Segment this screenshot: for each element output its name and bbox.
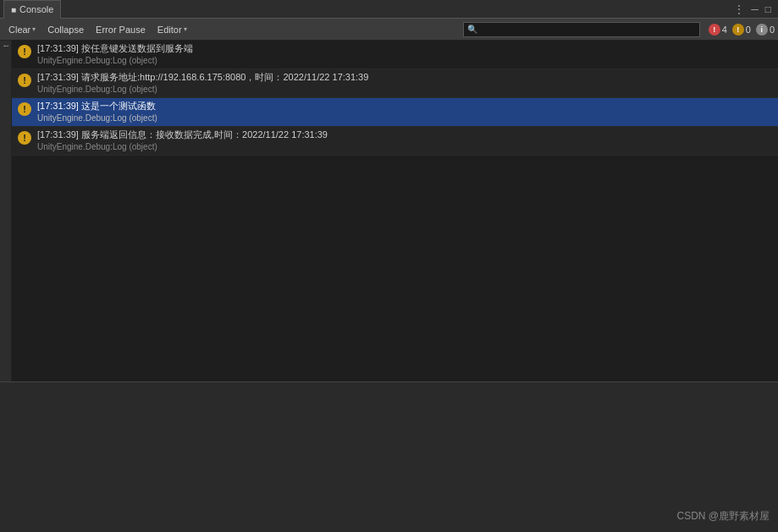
warn-badge-icon: ! (732, 24, 744, 36)
log-main-4: [17:31:39] 服务端返回信息：接收数据完成,时间：2022/11/22 … (37, 129, 328, 141)
minimize-button[interactable]: ─ (748, 0, 762, 19)
error-pause-button[interactable]: Error Pause (91, 20, 151, 39)
maximize-button[interactable]: □ (762, 0, 775, 19)
editor-dropdown-icon: ▾ (184, 25, 187, 33)
search-box[interactable]: 🔍 (463, 22, 700, 37)
collapse-label: Collapse (47, 25, 84, 35)
log-entry-4[interactable]: ! [17:31:39] 服务端返回信息：接收数据完成,时间：2022/11/2… (12, 127, 778, 156)
maximize-icon: □ (765, 3, 771, 15)
log-text-3: [17:31:39] 这是一个测试函数 UnityEngine.Debug:Lo… (37, 100, 157, 123)
log-main-1: [17:31:39] 按任意键发送数据到服务端 (37, 42, 193, 55)
log-text-4: [17:31:39] 服务端返回信息：接收数据完成,时间：2022/11/22 … (37, 129, 328, 152)
warn-icon-3: ! (18, 102, 31, 116)
more-options-button[interactable]: ⋮ (731, 0, 748, 19)
log-main-3: [17:31:39] 这是一个测试函数 (37, 100, 157, 112)
log-main-2: [17:31:39] 请求服务地址:http://192.168.6.175:8… (37, 71, 368, 84)
log-entry-2[interactable]: ! [17:31:39] 请求服务地址:http://192.168.6.175… (12, 69, 778, 98)
log-sub-3: UnityEngine.Debug:Log (object) (37, 112, 157, 123)
more-options-icon: ⋮ (734, 3, 744, 15)
log-icon-4: ! (17, 130, 32, 145)
search-icon: 🔍 (467, 25, 477, 34)
log-sub-2: UnityEngine.Debug:Log (object) (37, 84, 368, 95)
log-entry-3[interactable]: ! [17:31:39] 这是一个测试函数 UnityEngine.Debug:… (12, 98, 778, 127)
log-icon-1: ! (17, 44, 32, 59)
clear-dropdown-icon: ▾ (32, 25, 36, 33)
search-input[interactable] (477, 25, 696, 35)
clear-label: Clear (8, 25, 30, 35)
log-text-2: [17:31:39] 请求服务地址:http://192.168.6.175:8… (37, 71, 368, 95)
info-badge-icon: i (756, 24, 768, 36)
left-bar-label: t (2, 44, 10, 47)
log-text-1: [17:31:39] 按任意键发送数据到服务端 UnityEngine.Debu… (37, 42, 193, 66)
error-badge[interactable]: ! 4 (709, 24, 727, 36)
warn-count: 0 (746, 25, 751, 35)
warn-icon-1: ! (18, 45, 31, 58)
log-icon-2: ! (17, 73, 32, 88)
clear-button[interactable]: Clear ▾ (3, 20, 41, 39)
warn-badge[interactable]: ! 0 (732, 24, 751, 36)
console-tab-icon: ■ (11, 5, 16, 14)
collapse-button[interactable]: Collapse (42, 20, 89, 39)
bottom-panel (0, 381, 778, 532)
badge-group: ! 4 ! 0 i 0 (709, 24, 775, 36)
error-pause-label: Error Pause (96, 25, 146, 35)
log-sub-4: UnityEngine.Debug:Log (object) (37, 141, 328, 152)
log-icon-3: ! (17, 101, 32, 117)
warn-icon-2: ! (18, 74, 31, 87)
info-count: 0 (770, 25, 775, 35)
console-tab-label: Console (19, 4, 53, 14)
log-entry-1[interactable]: ! [17:31:39] 按任意键发送数据到服务端 UnityEngine.De… (12, 41, 778, 69)
console-tab[interactable]: ■ Console (3, 0, 61, 19)
warn-icon-4: ! (18, 131, 31, 145)
toolbar: Clear ▾ Collapse Error Pause Editor ▾ 🔍 … (0, 19, 778, 41)
minimize-icon: ─ (751, 3, 759, 15)
info-badge[interactable]: i 0 (756, 24, 775, 36)
error-badge-icon: ! (709, 24, 720, 36)
editor-button[interactable]: Editor ▾ (152, 20, 192, 39)
error-count: 4 (722, 25, 727, 35)
editor-label: Editor (157, 25, 182, 35)
log-sub-1: UnityEngine.Debug:Log (object) (37, 55, 193, 66)
tab-bar: ■ Console ⋮ ─ □ (0, 0, 778, 19)
